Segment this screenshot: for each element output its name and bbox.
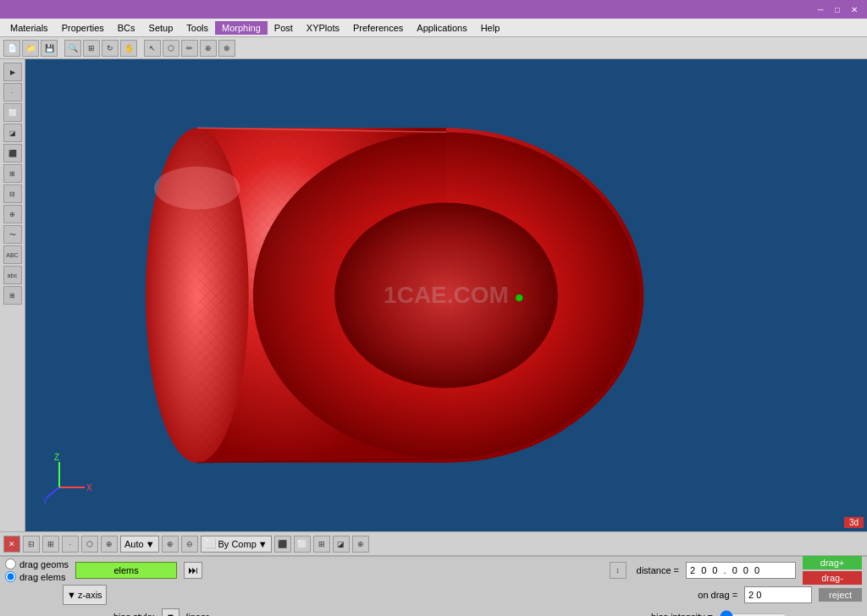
bycomp-arrow: ▼ xyxy=(258,539,268,549)
sb-pick[interactable]: ⊕ xyxy=(3,205,22,223)
bottom-toolbar: ✕ ⊟ ⊞ · ⬡ ⊕ Auto ▼ ⊕ ⊖ ⬜ By Comp ▼ ⬛ ⬜ ⊞… xyxy=(0,531,867,555)
tb-open[interactable]: 📁 xyxy=(22,40,39,57)
elems-input[interactable] xyxy=(75,562,177,579)
drag-minus-button[interactable]: drag- xyxy=(803,571,862,585)
viewport-3d-badge: 3d xyxy=(844,517,864,528)
radio-elems-input[interactable] xyxy=(5,571,16,582)
tb-zoom[interactable]: 🔍 xyxy=(64,40,81,57)
direction-toggle[interactable]: ↕ xyxy=(610,562,627,579)
on-drag-field[interactable] xyxy=(744,586,812,603)
sb-select[interactable]: ▶ xyxy=(3,63,22,81)
tb-mesh[interactable]: ⬡ xyxy=(163,40,179,57)
close-button[interactable]: ✕ xyxy=(848,3,860,15)
tb-rotate[interactable]: ↻ xyxy=(102,40,119,57)
sb-face[interactable]: ◪ xyxy=(3,124,22,142)
sb-abc1[interactable]: ABC xyxy=(3,245,22,264)
svg-point-18 xyxy=(516,294,522,301)
sb-comp[interactable]: ⊞ xyxy=(3,164,22,183)
tb-tool2[interactable]: ⊗ xyxy=(218,40,235,57)
bt-sub[interactable]: ⊖ xyxy=(181,536,198,553)
axis-dropdown[interactable]: ▼ z-axis xyxy=(63,585,107,605)
tb-edit[interactable]: ✏ xyxy=(181,40,198,57)
radio-elems-label: drag elems xyxy=(19,572,65,582)
on-drag-label: on drag = xyxy=(698,590,737,600)
sb-abc2[interactable]: abc xyxy=(3,266,22,284)
reject-button[interactable]: reject xyxy=(819,588,862,602)
menu-applications[interactable]: Applications xyxy=(410,21,473,35)
bottom-row2: ▼ z-axis on drag = reject xyxy=(0,584,867,606)
auto-dropdown[interactable]: Auto ▼ xyxy=(120,536,159,553)
sb-node[interactable]: · xyxy=(3,83,22,102)
bt-view3[interactable]: ⊞ xyxy=(313,536,330,553)
menu-properties[interactable]: Properties xyxy=(55,21,111,35)
bt-view1[interactable]: ⬛ xyxy=(274,536,291,553)
distance-label: distance = xyxy=(637,565,679,575)
menu-xyplots[interactable]: XYPlots xyxy=(300,21,346,35)
action-buttons: drag+ drag- xyxy=(803,556,862,585)
menu-bcs[interactable]: BCs xyxy=(111,21,142,35)
viewport[interactable]: 1CAE.COM X Z Y 3d xyxy=(25,59,867,531)
tb-select[interactable]: ↖ xyxy=(144,40,161,57)
maximize-button[interactable]: □ xyxy=(831,3,843,15)
bycomp-label: By Comp xyxy=(218,539,257,549)
tb-pan[interactable]: ✋ xyxy=(120,40,137,57)
bias-style-label: bias style: xyxy=(113,612,155,616)
svg-point-15 xyxy=(154,167,240,210)
distance-field[interactable] xyxy=(686,562,796,579)
svg-text:X: X xyxy=(86,483,92,492)
menu-setup[interactable]: Setup xyxy=(142,21,180,35)
bt-elems2[interactable]: ⬡ xyxy=(81,536,98,553)
bt-view2[interactable]: ⬜ xyxy=(294,536,311,553)
sb-body[interactable]: ⬛ xyxy=(3,144,22,162)
bycomp-dropdown[interactable]: ⬜ By Comp ▼ xyxy=(201,536,272,553)
sb-group[interactable]: ⊟ xyxy=(3,184,22,203)
radio-drag-elems[interactable]: drag elems xyxy=(5,571,69,582)
auto-arrow: ▼ xyxy=(146,539,155,549)
menu-morphing[interactable]: Morphing xyxy=(215,21,268,35)
titlebar: ─ □ ✕ xyxy=(0,0,867,19)
bias-style-dropdown[interactable]: ▼ xyxy=(162,608,179,616)
radio-geoms-input[interactable] xyxy=(5,558,16,569)
tb-zoomfit[interactable]: ⊞ xyxy=(83,40,100,57)
bt-delete[interactable]: ✕ xyxy=(3,536,20,553)
minimize-button[interactable]: ─ xyxy=(815,3,826,15)
bt-undo[interactable]: ⊟ xyxy=(23,536,40,553)
bottom-panel: drag geoms drag elems ⏭ ↕ distance = dra… xyxy=(0,555,867,616)
window-controls: ─ □ ✕ xyxy=(815,3,860,15)
sb-elem[interactable]: ⬜ xyxy=(3,103,22,122)
main-area: ▶ · ⬜ ◪ ⬛ ⊞ ⊟ ⊕ 〜 ABC abc ⊞ xyxy=(0,59,867,531)
menu-tools[interactable]: Tools xyxy=(179,21,215,35)
bt-redo[interactable]: ⊞ xyxy=(42,536,59,553)
radio-geoms-label: drag geoms xyxy=(19,559,69,569)
bottom-row1: drag geoms drag elems ⏭ ↕ distance = dra… xyxy=(0,557,867,584)
svg-text:Z: Z xyxy=(54,454,59,462)
bt-axis[interactable]: ⊕ xyxy=(352,536,369,553)
svg-point-14 xyxy=(334,202,558,388)
menu-post[interactable]: Post xyxy=(268,21,300,35)
axis-indicator: X Z Y xyxy=(42,454,102,506)
sb-morph[interactable]: 〜 xyxy=(3,225,22,244)
bias-intensity-label: bias intensity = xyxy=(651,612,713,616)
bt-comp2[interactable]: ⊕ xyxy=(101,536,118,553)
radio-drag-geoms[interactable]: drag geoms xyxy=(5,558,69,569)
tb-new[interactable]: 📄 xyxy=(3,40,20,57)
bt-view4[interactable]: ◪ xyxy=(333,536,350,553)
menu-preferences[interactable]: Preferences xyxy=(346,21,410,35)
step-button[interactable]: ⏭ xyxy=(184,562,202,579)
tb-save[interactable]: 💾 xyxy=(41,40,58,57)
toolbar: 📄 📁 💾 🔍 ⊞ ↻ ✋ ↖ ⬡ ✏ ⊕ ⊗ xyxy=(0,37,867,59)
drag-mode-group: drag geoms drag elems xyxy=(5,558,69,582)
svg-text:Y: Y xyxy=(42,497,48,504)
bias-style-value: linear xyxy=(186,612,209,616)
drag-plus-button[interactable]: drag+ xyxy=(803,556,862,569)
3d-scene: 1CAE.COM X Z Y 3d xyxy=(25,59,867,531)
bias-intensity-slider[interactable] xyxy=(720,611,787,616)
sb-icon[interactable]: ⊞ xyxy=(3,286,22,305)
tb-tool1[interactable]: ⊕ xyxy=(200,40,217,57)
menu-help[interactable]: Help xyxy=(474,21,507,35)
menu-materials[interactable]: Materials xyxy=(3,21,55,35)
svg-line-23 xyxy=(47,487,59,498)
bt-nodes[interactable]: · xyxy=(62,536,79,553)
bycomp-icon: ⬜ xyxy=(205,538,217,549)
bt-add[interactable]: ⊕ xyxy=(162,536,179,553)
